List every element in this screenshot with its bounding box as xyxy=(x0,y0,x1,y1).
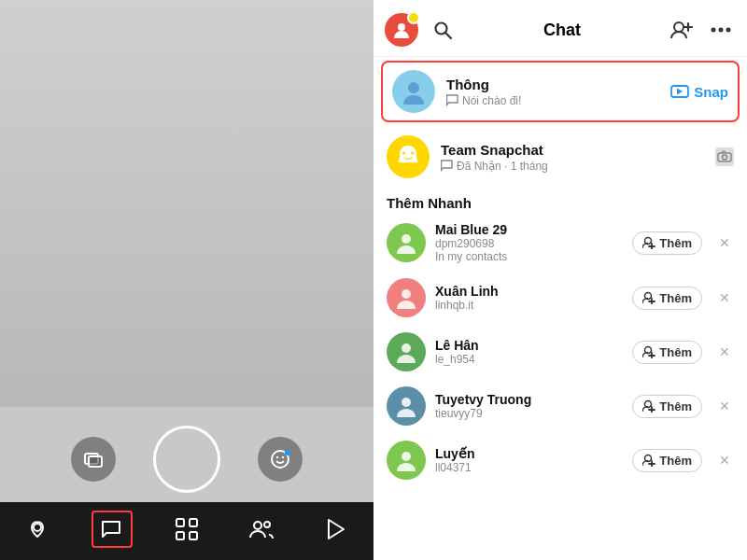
suggestion-luyen[interactable]: Luyến ll04371 Thêm ✕ xyxy=(374,433,747,487)
svg-point-17 xyxy=(674,22,684,32)
luyen-info: Luyến ll04371 xyxy=(435,446,623,474)
bottom-nav xyxy=(0,502,374,560)
quick-add-label: Thêm Nhanh xyxy=(374,188,747,215)
svg-point-4 xyxy=(282,456,284,458)
svg-point-42 xyxy=(402,398,411,407)
chat-item-thong[interactable]: Thông Nói chào đi! Snap xyxy=(381,61,740,122)
dismiss-xuan-linh-button[interactable]: ✕ xyxy=(715,288,734,307)
thong-name: Thông xyxy=(446,77,659,92)
svg-point-34 xyxy=(402,289,411,299)
nav-snap[interactable] xyxy=(166,511,207,548)
svg-point-46 xyxy=(402,452,411,461)
le-han-info: Lê Hân le_h954 xyxy=(435,338,623,366)
emoji-button[interactable] xyxy=(258,437,303,482)
mai-blue-avatar xyxy=(387,223,426,262)
thong-sub: Nói chào đi! xyxy=(446,94,659,107)
search-button[interactable] xyxy=(428,15,458,45)
svg-point-12 xyxy=(264,522,270,527)
more-button[interactable] xyxy=(706,15,736,45)
nav-play[interactable] xyxy=(316,511,357,548)
nav-chat[interactable] xyxy=(92,511,133,548)
luyen-avatar xyxy=(387,441,426,480)
svg-point-3 xyxy=(276,456,278,458)
svg-point-5 xyxy=(285,450,290,455)
thong-info: Thông Nói chào đi! xyxy=(446,77,659,107)
svg-point-27 xyxy=(411,152,414,155)
suggestion-xuan-linh[interactable]: Xuân Linh linhqb.it Thêm ✕ xyxy=(374,271,747,325)
chat-panel: Chat xyxy=(374,0,747,560)
add-luyen-button[interactable]: Thêm xyxy=(632,449,702,472)
suggestion-mai-blue[interactable]: Mai Blue 29 dpm290698 In my contacts Thê… xyxy=(374,215,747,271)
profile-avatar[interactable] xyxy=(385,13,418,47)
svg-marker-25 xyxy=(677,89,683,95)
snapchat-camera-icon[interactable] xyxy=(715,147,734,166)
svg-marker-13 xyxy=(329,520,344,539)
chat-header: Chat xyxy=(374,0,747,57)
add-friend-button[interactable] xyxy=(667,15,697,45)
snapchat-sub: Đã Nhận · 1 tháng xyxy=(441,160,704,173)
nav-friends[interactable] xyxy=(241,511,282,548)
dismiss-le-han-button[interactable]: ✕ xyxy=(715,343,734,361)
le-han-avatar xyxy=(387,332,426,371)
snapchat-name: Team Snapchat xyxy=(441,142,704,158)
snapchat-info: Team Snapchat Đã Nhận · 1 tháng xyxy=(441,142,704,173)
svg-rect-8 xyxy=(190,519,197,526)
svg-rect-7 xyxy=(176,519,184,526)
mai-blue-info: Mai Blue 29 dpm290698 In my contacts xyxy=(435,222,623,263)
add-tuyetvy-button[interactable]: Thêm xyxy=(632,395,702,418)
svg-rect-10 xyxy=(190,532,197,539)
chat-list: Thông Nói chào đi! Snap xyxy=(374,57,747,560)
svg-rect-1 xyxy=(89,456,102,467)
chat-item-snapchat[interactable]: Team Snapchat Đã Nhận · 1 tháng xyxy=(374,126,747,188)
dismiss-mai-blue-button[interactable]: ✕ xyxy=(715,233,734,252)
xuan-linh-avatar xyxy=(387,278,426,317)
dismiss-tuyetvy-button[interactable]: ✕ xyxy=(715,397,734,415)
svg-point-23 xyxy=(408,82,419,93)
camera-view xyxy=(0,0,374,407)
svg-point-38 xyxy=(402,343,411,353)
add-le-han-button[interactable]: Thêm xyxy=(632,341,702,364)
xuan-linh-info: Xuân Linh linhqb.it xyxy=(435,284,623,312)
tuyetvy-avatar xyxy=(387,386,426,426)
svg-point-26 xyxy=(402,152,405,155)
svg-line-16 xyxy=(445,33,451,38)
tuyetvy-info: Tuyetvy Truong tieuvyy79 xyxy=(435,392,623,420)
svg-point-14 xyxy=(398,23,405,31)
svg-point-6 xyxy=(34,524,41,531)
chat-title: Chat xyxy=(467,21,657,40)
svg-point-20 xyxy=(712,28,716,33)
dismiss-luyen-button[interactable]: ✕ xyxy=(715,451,734,469)
svg-point-30 xyxy=(402,234,411,244)
camera-controls xyxy=(0,407,374,502)
svg-point-29 xyxy=(723,155,727,160)
snap-action-button[interactable]: Snap xyxy=(670,83,728,100)
camera-panel xyxy=(0,0,374,560)
add-mai-blue-button[interactable]: Thêm xyxy=(632,231,702,255)
svg-point-11 xyxy=(254,522,261,529)
svg-rect-9 xyxy=(176,532,184,539)
filter-button[interactable] xyxy=(71,437,116,482)
shutter-button[interactable] xyxy=(153,426,220,493)
suggestion-le-han[interactable]: Lê Hân le_h954 Thêm ✕ xyxy=(374,325,747,379)
snapchat-avatar xyxy=(387,135,430,178)
svg-point-22 xyxy=(726,28,731,33)
nav-location[interactable] xyxy=(17,511,58,548)
suggestion-tuyetvy[interactable]: Tuyetvy Truong tieuvyy79 Thêm ✕ xyxy=(374,379,747,433)
thong-avatar xyxy=(392,70,435,113)
svg-point-21 xyxy=(719,28,724,33)
add-xuan-linh-button[interactable]: Thêm xyxy=(632,287,702,310)
